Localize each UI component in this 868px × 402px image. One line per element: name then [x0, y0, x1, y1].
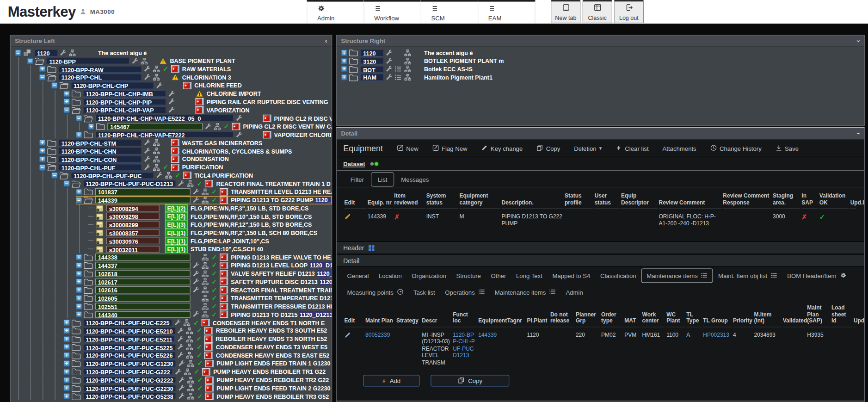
tree-expander-minus[interactable]: − [76, 197, 82, 203]
tree-node-code[interactable]: 1120 [34, 49, 57, 56]
tree-row[interactable]: +102605✓TRANSMITTER TEMPERATURE D1213 HE… [15, 294, 332, 303]
detail-tab-maint-item-obj-list[interactable]: Maint. Item obj list [713, 269, 782, 283]
tree-expander-plus[interactable]: + [76, 131, 82, 137]
detail-tab-admin[interactable]: Admin [561, 286, 588, 298]
tree-row[interactable]: −1120-BPP-CHL-CHPCHLORINE FEED [15, 81, 332, 90]
column-header[interactable]: Upd.Ind. [850, 196, 864, 208]
cell-value[interactable]: HP002313 [703, 331, 729, 337]
column-header[interactable]: In SAP [801, 189, 818, 208]
column-header[interactable]: Edit [345, 314, 364, 327]
tree-expander-plus[interactable]: + [64, 353, 70, 359]
copy-button[interactable]: Copy [431, 375, 509, 386]
tree-node-code[interactable]: 1120-BPP-CHL-CHP [71, 82, 154, 89]
tree-node-code[interactable]: 145467 [107, 123, 203, 130]
table-row[interactable]: 144339✗INSTMPIPING D1213 TO G222 PUMPORI… [345, 208, 856, 231]
cell-value[interactable]: 1120-BPP-CHL-PUF-PUC-D1213 [453, 331, 475, 358]
classic-button[interactable]: Classic [582, 0, 612, 23]
column-header[interactable]: Review Comment Response [723, 189, 771, 208]
column-header[interactable]: MAT [624, 314, 641, 327]
tree-row[interactable]: −1120-BPP-CHL-PUF✓PURIFICATION [15, 163, 332, 172]
column-header[interactable]: Item reviewed [394, 189, 425, 208]
tree-row[interactable]: +1120-BPP-CHL-CHP-VAP-E7222VAPORIZER CHL… [15, 130, 332, 139]
add-button[interactable]: + Add [363, 375, 419, 386]
column-header[interactable]: Work center [642, 308, 665, 327]
description-link[interactable]: 1120_D1213-05 [309, 262, 332, 269]
column-header[interactable]: Equipment category [460, 189, 501, 208]
column-header[interactable]: Do not release [550, 308, 575, 327]
tree-row[interactable]: s30030976E[L](1)FLG,PIPE:LAP JOINT,10",C… [15, 237, 332, 245]
detail-tab-measuring-points[interactable]: Measuring points [342, 286, 408, 299]
grid-icon[interactable] [368, 245, 375, 251]
toolbar-copy-button[interactable]: Copy [536, 144, 560, 152]
column-header[interactable]: Load sheet Id [831, 301, 852, 326]
tree-expander-plus[interactable]: + [64, 393, 70, 399]
tree-row[interactable]: +1120-BPP-CHL-PUF-PUC-E5225✓CONDENSER HE… [15, 343, 332, 352]
table-row[interactable]: 80052339MI -INSP (D1213-03) REACTOR LEVE… [345, 327, 856, 371]
tree-expander-plus[interactable]: + [76, 189, 82, 195]
dataset-link[interactable]: Dataset [343, 161, 365, 167]
tree-expander-plus[interactable]: + [76, 254, 82, 260]
toolbar-new-button[interactable]: New [397, 144, 419, 152]
tree-node-code[interactable]: BOT [360, 66, 383, 73]
tree-node-code[interactable]: 1120-BPP-CHL-STM [59, 139, 142, 146]
tree-expander-minus[interactable]: − [64, 107, 70, 113]
tree-node-code[interactable]: HAM [360, 74, 383, 81]
tree-row[interactable]: +BOTBotlek ECC AS-IS [341, 65, 864, 74]
tree-node-code[interactable]: 1120-BPP-CHL-PUF-PUC-E5225 [83, 344, 176, 351]
column-header[interactable]: Planner Grp [576, 308, 600, 327]
tree-expander-plus[interactable]: + [39, 148, 45, 154]
tree-row[interactable]: +1120-BPP-RAW✓RAW MATERIALS [15, 65, 332, 74]
column-header[interactable]: M.item (int) [754, 308, 782, 327]
tree-row[interactable]: +1120-BPP-CHL-PUF-PUC-G5238✓PUMP HEAVY E… [15, 392, 332, 401]
tree-expander-plus[interactable]: + [341, 66, 347, 72]
tree-node-code[interactable]: 1120-BPP-CHL-PUF-PUC-E5211 [83, 335, 175, 342]
tab-list[interactable]: List [371, 172, 394, 186]
tree-expander-minus[interactable]: − [76, 115, 82, 121]
tree-expander-plus[interactable]: + [76, 287, 82, 293]
tree-expander-minus[interactable]: − [15, 50, 21, 56]
tree-row[interactable]: −1120-BPP-CHL-PUF-PUC✓TICL4 PURIFICATION [15, 171, 332, 179]
tree-expander-plus[interactable]: + [341, 58, 347, 64]
nav-item-admin[interactable]: Admin [307, 0, 363, 23]
collapse-left-icon[interactable]: ‹ [325, 37, 327, 45]
tree-row[interactable]: −1120-BPP-CHL-CHP-VAP-E5222_05_0PIPING C… [15, 114, 332, 123]
tab-messages[interactable]: Messages [395, 173, 435, 186]
detail-tab-long-text[interactable]: Long Text [511, 270, 547, 282]
nav-item-scm[interactable]: SCM [421, 0, 478, 23]
tree-row[interactable]: +1120-BPP-CHL-PUF-PUC-E5226✓CONDENSER HE… [15, 351, 332, 359]
toolbar-deletion-button[interactable]: Deletion ▾ [574, 145, 602, 151]
log-out-button[interactable]: Log out [614, 0, 644, 23]
toolbar-attachments-button[interactable]: Attachments [663, 145, 696, 151]
detail-tab-mapped-to-s4[interactable]: Mapped to S4 [548, 270, 596, 282]
column-header[interactable]: Edit [345, 196, 367, 208]
tree-node-code[interactable]: 1120-BPP-CHL-PUF-PUC-G2230 [83, 384, 176, 391]
tree-expander-plus[interactable]: + [64, 320, 70, 326]
column-header[interactable]: Priority [733, 314, 753, 327]
tree-expander-plus[interactable]: + [64, 91, 70, 97]
detail-tab-organization[interactable]: Organization [407, 270, 451, 282]
tree-expander-plus[interactable]: + [76, 311, 82, 317]
tree-row[interactable]: +1120-BPP-CHL-PUF-PUC-G1230✓PUMP LIGHT E… [15, 359, 332, 368]
detail-tab-general[interactable]: General [342, 270, 374, 282]
tree-row[interactable]: +102618✓VALVE SAFETY RELIEF D1213 1120_2… [15, 270, 332, 278]
column-header[interactable]: Validation OK [819, 189, 850, 208]
tree-expander-plus[interactable]: + [64, 377, 70, 383]
tree-expander-minus[interactable]: − [27, 58, 33, 64]
tree-node-code[interactable]: 144339 [95, 197, 191, 204]
tree-node-code[interactable]: 1120-BPP-CHL-CHN [59, 148, 142, 155]
column-header[interactable]: Status profile [565, 189, 593, 208]
tree-row[interactable]: +1120-BPP-CHL-PUF-PUC-G222✓PUMP HEAVY EN… [15, 368, 332, 376]
tree-node-code[interactable]: s30030976 [106, 237, 160, 244]
column-header[interactable]: Equip Descriptor [621, 189, 658, 208]
tree-row[interactable]: +1120-BPP-CHL-PUF-PUC-G2222✓PUMP HEAVY E… [15, 376, 332, 384]
tree-row[interactable]: −1120-BPPBASE PIGMENT PLANT [15, 57, 332, 65]
tree-row[interactable]: s30008298E[L](2)FLG,PIPE:WN,RF,10",150 L… [15, 212, 332, 221]
tree-expander-plus[interactable]: + [39, 140, 45, 146]
column-header[interactable]: Funct loc [453, 308, 477, 327]
tree-node-code[interactable]: 102551 [95, 303, 191, 310]
tree-expander-plus[interactable]: + [64, 344, 70, 350]
tree-row[interactable]: +3120BOTLEK PIGMENT PLANT m [341, 57, 864, 65]
tree-expander-minus[interactable]: − [39, 164, 45, 170]
tree-node-code[interactable]: s30008357 [106, 229, 160, 236]
detail-tab-maintenance-items[interactable]: Maintenance items [490, 286, 561, 299]
